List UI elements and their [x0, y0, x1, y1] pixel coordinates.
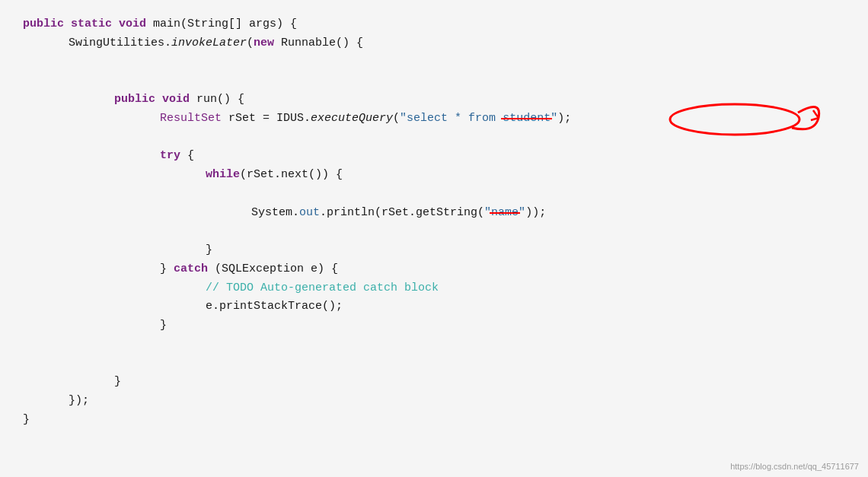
blank-line-6 [23, 335, 845, 355]
line-7: System.out.println(rSet.getString("name"… [23, 204, 845, 223]
line-6: while(rSet.next()) { [23, 166, 845, 185]
line-11: e.printStackTrace(); [23, 297, 845, 316]
line-15: } [23, 411, 845, 430]
line-1: public static void main(String[] args) { [23, 15, 845, 34]
blank-line-1 [23, 53, 845, 72]
line-13: } [23, 373, 845, 392]
line-14: }); [23, 392, 845, 411]
blank-line-2 [23, 72, 845, 91]
blank-line-5 [23, 222, 845, 241]
line-3: public void run() { [23, 91, 845, 110]
blank-line-3 [23, 129, 845, 148]
line-5: try { [23, 147, 845, 166]
line-2: SwingUtilities.invokeLater(new Runnable(… [23, 34, 845, 53]
watermark: https://blog.csdn.net/qq_45711677 [730, 462, 859, 471]
line-9: } catch (SQLException e) { [23, 260, 845, 279]
blank-line-4 [23, 185, 845, 204]
line-8: } [23, 241, 845, 260]
line-10: // TODO Auto-generated catch block [23, 279, 845, 298]
line-12: } [23, 316, 845, 335]
code-container: public static void main(String[] args) {… [0, 0, 868, 477]
blank-line-7 [23, 355, 845, 374]
code-block: public static void main(String[] args) {… [23, 15, 845, 430]
line-4: ResultSet rSet = IDUS.executeQuery("sele… [23, 110, 845, 129]
